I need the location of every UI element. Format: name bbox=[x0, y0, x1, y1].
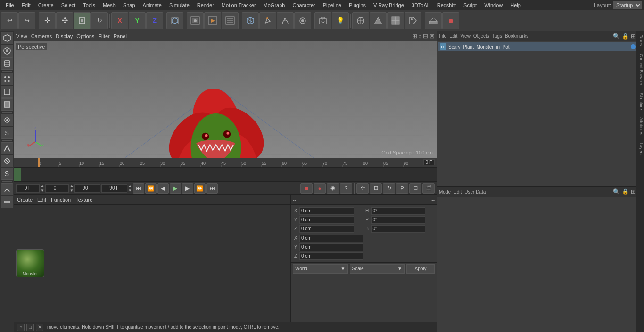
takes-tab[interactable]: Takes bbox=[636, 31, 644, 50]
tool3-button[interactable]: S bbox=[1, 168, 13, 180]
menu-help[interactable]: Help bbox=[506, 1, 525, 9]
menu-select[interactable]: Select bbox=[58, 1, 80, 9]
select-tool-button[interactable]: ✛ bbox=[39, 12, 56, 29]
rp-file-menu[interactable]: File bbox=[439, 33, 446, 39]
y-pos-input[interactable]: 0 cm bbox=[299, 216, 354, 224]
light-tool-button[interactable]: 💡 bbox=[332, 12, 349, 29]
menu-3dtoall[interactable]: 3DToAll bbox=[408, 1, 433, 9]
z-pos-input[interactable]: 0 cm bbox=[299, 225, 354, 233]
menu-animate[interactable]: Animate bbox=[139, 1, 165, 9]
scale-dropdown[interactable]: Scale ▼ bbox=[350, 264, 405, 274]
terrain-tool-button[interactable] bbox=[370, 12, 387, 29]
layers-tab[interactable]: Layers bbox=[636, 139, 644, 159]
status-icon-3[interactable]: ✕ bbox=[36, 324, 43, 331]
menu-pipeline[interactable]: Pipeline bbox=[319, 1, 345, 9]
edge-mode-button[interactable] bbox=[1, 86, 13, 98]
cube-tool-button[interactable] bbox=[242, 12, 259, 29]
bp-menu-create[interactable]: Create bbox=[17, 197, 33, 202]
sculpt1-button[interactable] bbox=[1, 183, 13, 195]
paint-mode-button[interactable] bbox=[1, 57, 13, 70]
menu-file[interactable]: File bbox=[2, 1, 18, 9]
tool1-button[interactable] bbox=[1, 142, 13, 154]
frame-up-arrow[interactable]: ▲ bbox=[41, 184, 44, 188]
menu-motion-tracker[interactable]: Motion Tracker bbox=[218, 1, 260, 9]
rp-mode-menu[interactable]: Mode bbox=[439, 189, 451, 194]
attributes-tab[interactable]: Attributes bbox=[636, 113, 644, 139]
z-axis-button[interactable]: Z bbox=[146, 12, 163, 29]
end-up-arrow[interactable]: ▲ bbox=[128, 184, 132, 188]
vp-menu-filter[interactable]: Filter bbox=[98, 33, 109, 39]
sy-input[interactable]: 0 cm bbox=[299, 243, 363, 251]
h-rot-input[interactable]: 0° bbox=[371, 207, 426, 215]
start-up-arrow[interactable]: ▲ bbox=[70, 184, 74, 188]
material-thumbnail[interactable]: Monster bbox=[16, 249, 44, 277]
structure-tab[interactable]: Structure bbox=[636, 89, 644, 114]
vp-menu-options[interactable]: Options bbox=[76, 33, 94, 39]
next-frame-button[interactable]: ⏩ bbox=[194, 183, 206, 194]
point-mode-button[interactable] bbox=[1, 73, 13, 85]
loop-button[interactable]: ↻ bbox=[383, 183, 395, 194]
world-dropdown[interactable]: World ▼ bbox=[293, 264, 348, 274]
vp-icon-2[interactable]: ↕ bbox=[419, 32, 422, 40]
prev-frame-button[interactable]: ⏪ bbox=[145, 183, 157, 194]
render-settings-button[interactable] bbox=[222, 12, 239, 29]
p-rot-input[interactable]: 0° bbox=[371, 216, 426, 224]
b-rot-input[interactable]: 0° bbox=[371, 225, 426, 233]
tool2-button[interactable] bbox=[1, 155, 13, 167]
status-icon-1[interactable]: ○ bbox=[17, 324, 25, 331]
menu-render[interactable]: Render bbox=[193, 1, 218, 9]
rp-userdata-menu[interactable]: User Data bbox=[464, 189, 486, 194]
vp-menu-panel[interactable]: Panel bbox=[114, 33, 127, 39]
film-button[interactable]: 🎬 bbox=[422, 183, 435, 194]
rp-tags-menu[interactable]: Tags bbox=[492, 33, 502, 39]
rp-search-icon[interactable]: 🔍 bbox=[613, 33, 620, 40]
viewport[interactable]: .grid-line { stroke: #7a7a7a; stroke-wid… bbox=[14, 41, 437, 158]
play-button[interactable]: ▶ bbox=[170, 183, 181, 194]
start-down-arrow[interactable]: ▼ bbox=[70, 188, 74, 193]
floor-tool-button[interactable] bbox=[425, 12, 442, 29]
vp-menu-view[interactable]: View bbox=[16, 33, 27, 39]
end-frame1-field[interactable]: 90 F bbox=[74, 184, 100, 193]
x-pos-input[interactable]: 0 cm bbox=[299, 207, 354, 215]
rp-expand-icon[interactable]: ⊞ bbox=[631, 33, 636, 40]
menu-simulate[interactable]: Simulate bbox=[165, 1, 193, 9]
bp-menu-function[interactable]: Function bbox=[51, 197, 71, 202]
bp-menu-texture[interactable]: Texture bbox=[75, 197, 92, 202]
preview-button[interactable]: P bbox=[396, 183, 408, 194]
keyframe-button[interactable]: ◉ bbox=[327, 183, 339, 194]
vp-menu-cameras[interactable]: Cameras bbox=[31, 33, 52, 39]
menu-window[interactable]: Window bbox=[480, 1, 506, 9]
goto-end-button[interactable]: ⏭ bbox=[206, 183, 218, 194]
frame-down-arrow[interactable]: ▼ bbox=[41, 188, 44, 193]
texture-mode-button[interactable] bbox=[1, 45, 13, 57]
menu-redshift[interactable]: Redshift bbox=[433, 1, 460, 9]
rp-objects-menu[interactable]: Objects bbox=[473, 33, 489, 39]
deformer-tool-button[interactable] bbox=[294, 12, 311, 29]
rp-edit-menu2[interactable]: Edit bbox=[454, 189, 462, 194]
x-axis-button[interactable]: X bbox=[111, 12, 128, 29]
sym-mode-button[interactable]: S bbox=[1, 127, 13, 139]
poly-mode-button[interactable] bbox=[1, 98, 13, 111]
move-tool-button[interactable]: ✣ bbox=[56, 12, 73, 29]
scale-keys-button[interactable]: ⊞ bbox=[370, 183, 382, 194]
rp-view-menu[interactable]: View bbox=[460, 33, 471, 39]
rp-lock-icon[interactable]: 🔒 bbox=[622, 33, 629, 40]
next-step-button[interactable]: ▶ bbox=[182, 183, 193, 194]
sculpt2-button[interactable] bbox=[1, 196, 13, 208]
vp-icon-1[interactable]: ⊞ bbox=[412, 32, 417, 40]
prev-step-button[interactable]: ◀ bbox=[157, 183, 169, 194]
render-region-button[interactable] bbox=[187, 12, 204, 29]
current-frame-field[interactable]: 0 F bbox=[16, 184, 40, 193]
grid-keys-button[interactable]: ⊟ bbox=[409, 183, 421, 194]
pen-tool-button[interactable] bbox=[259, 12, 276, 29]
vp-icon-4[interactable]: ⊠ bbox=[429, 32, 435, 40]
object-tool-button[interactable] bbox=[166, 12, 183, 29]
tweak-mode-button[interactable] bbox=[1, 114, 13, 126]
move-keys-button[interactable]: ✣ bbox=[356, 183, 369, 194]
record-button[interactable]: ⏺ bbox=[442, 12, 459, 29]
y-axis-button[interactable]: Y bbox=[129, 12, 146, 29]
material-tag-button[interactable] bbox=[405, 12, 421, 29]
redo-button[interactable]: ↪ bbox=[18, 12, 35, 29]
menu-vray[interactable]: V-Ray Bridge bbox=[370, 1, 408, 9]
status-icon-2[interactable]: □ bbox=[26, 324, 34, 331]
